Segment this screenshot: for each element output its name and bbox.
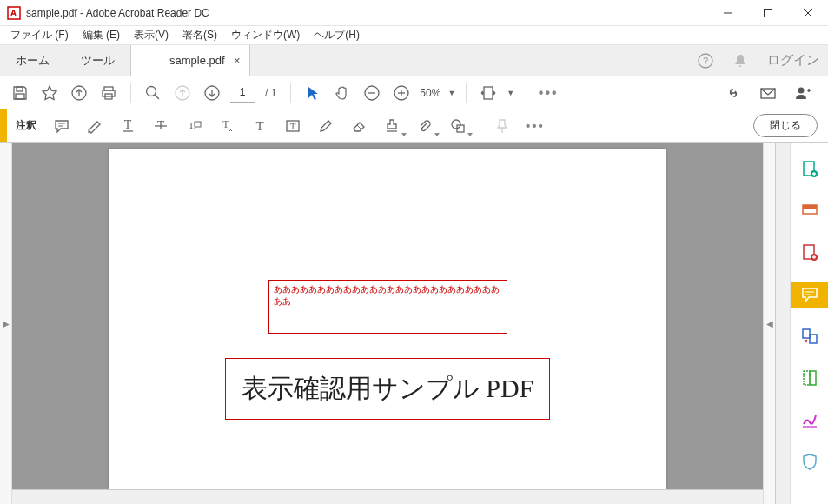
svg-line-39: [357, 125, 361, 129]
title-bar: sample.pdf - Adobe Acrobat Reader DC: [0, 0, 828, 26]
login-link[interactable]: ログイン: [767, 52, 819, 69]
svg-rect-7: [17, 87, 23, 91]
document-viewer: ああああああああああああああああああああああああああああ 表示確認用サンプル P…: [12, 143, 763, 504]
separator: [466, 83, 467, 103]
close-annotation-button[interactable]: 閉じる: [753, 114, 818, 137]
strikethrough-icon[interactable]: T: [148, 113, 174, 139]
page-total-label: / 1: [262, 87, 280, 99]
window-controls: [708, 0, 828, 26]
separator: [290, 83, 291, 103]
menu-window[interactable]: ウィンドウ(W): [226, 26, 305, 44]
sign-icon[interactable]: [797, 407, 823, 433]
menu-file[interactable]: ファイル (F): [5, 26, 74, 44]
textbox-icon[interactable]: T: [280, 113, 306, 139]
shapes-icon[interactable]: [445, 113, 471, 139]
fit-dropdown-icon[interactable]: ▼: [507, 89, 514, 97]
tab-document-label: sample.pdf: [169, 54, 225, 67]
combine-files-icon[interactable]: [797, 198, 823, 224]
svg-rect-54: [810, 371, 816, 385]
svg-text:?: ?: [703, 56, 708, 66]
print-icon[interactable]: [97, 82, 120, 104]
eraser-icon[interactable]: [346, 113, 372, 139]
svg-rect-51: [803, 329, 810, 338]
search-icon[interactable]: [142, 82, 164, 104]
svg-rect-22: [484, 87, 493, 99]
more-tools-icon[interactable]: •••: [537, 82, 560, 104]
menu-sign[interactable]: 署名(S): [177, 26, 222, 44]
tab-document[interactable]: sample.pdf ×: [130, 45, 250, 76]
svg-line-14: [155, 95, 159, 99]
zoom-in-icon[interactable]: [390, 82, 413, 104]
more-icon[interactable]: •••: [522, 113, 548, 139]
hand-tool-icon[interactable]: [331, 82, 354, 104]
workspace: ▶ ああああああああああああああああああああああああああああ 表示確認用サンプル…: [0, 143, 828, 504]
annotation-toolbar: 注釈 T T T T T T ••• 閉じる: [0, 109, 828, 143]
svg-text:T: T: [189, 120, 195, 130]
svg-text:T: T: [222, 118, 229, 130]
help-icon[interactable]: ?: [698, 53, 713, 69]
page-canvas[interactable]: ああああああああああああああああああああああああああああ 表示確認用サンプル P…: [12, 143, 763, 489]
menu-bar: ファイル (F) 編集 (E) 表示(V) 署名(S) ウィンドウ(W) ヘルプ…: [0, 26, 828, 45]
horizontal-scrollbar[interactable]: [12, 489, 763, 504]
edit-pdf-icon[interactable]: [797, 240, 823, 266]
main-toolbar: / 1 50% ▼ ▼ •••: [0, 76, 828, 109]
add-user-icon[interactable]: [792, 82, 814, 104]
tab-home[interactable]: ホーム: [0, 45, 65, 76]
svg-rect-52: [810, 335, 817, 343]
right-pane-toggle[interactable]: ◀: [763, 143, 775, 504]
text-tool-icon[interactable]: T: [247, 113, 273, 139]
page-number-input[interactable]: [230, 83, 255, 103]
replace-text-icon[interactable]: T: [181, 113, 207, 139]
vertical-scrollbar[interactable]: [775, 143, 790, 504]
minimize-button[interactable]: [708, 0, 748, 26]
protect-icon[interactable]: [797, 448, 823, 474]
annotation-textbox-2[interactable]: 表示確認用サンプル PDF: [225, 358, 551, 420]
maximize-button[interactable]: [748, 0, 788, 26]
comment-icon[interactable]: [49, 113, 75, 139]
underline-text-icon[interactable]: T: [115, 113, 141, 139]
stamp-icon[interactable]: [379, 113, 405, 139]
link-icon[interactable]: [722, 82, 745, 104]
highlight-icon[interactable]: [82, 113, 108, 139]
selection-tool-icon[interactable]: [301, 82, 324, 104]
pin-icon[interactable]: [489, 113, 515, 139]
left-pane-toggle[interactable]: ▶: [0, 143, 12, 504]
page-down-icon[interactable]: [201, 82, 223, 104]
window-title: sample.pdf - Adobe Acrobat Reader DC: [26, 7, 209, 19]
svg-rect-8: [16, 94, 24, 99]
svg-text:T: T: [255, 119, 263, 133]
tab-close-icon[interactable]: ×: [234, 54, 241, 67]
organize-icon[interactable]: [797, 323, 823, 349]
svg-rect-2: [765, 9, 772, 17]
svg-rect-53: [804, 371, 810, 385]
star-icon[interactable]: [38, 82, 61, 104]
pencil-icon[interactable]: [313, 113, 339, 139]
zoom-level-label[interactable]: 50%: [420, 87, 440, 99]
bell-icon[interactable]: [732, 53, 748, 69]
annotation-accent: [0, 109, 7, 142]
close-window-button[interactable]: [788, 0, 828, 26]
svg-point-41: [452, 120, 460, 129]
page-up-icon[interactable]: [171, 82, 194, 104]
zoom-dropdown-icon[interactable]: ▼: [447, 89, 455, 97]
fit-width-icon[interactable]: [477, 82, 500, 104]
upload-icon[interactable]: [68, 82, 90, 104]
annotation-textbox-1[interactable]: ああああああああああああああああああああああああああああ: [268, 280, 507, 334]
pdf-page: ああああああああああああああああああああああああああああ 表示確認用サンプル P…: [109, 149, 666, 489]
svg-point-13: [147, 86, 156, 96]
tab-row: ホーム ツール sample.pdf × ? ログイン: [0, 45, 828, 76]
insert-text-icon[interactable]: T: [214, 113, 240, 139]
app-icon: [7, 6, 21, 20]
menu-edit[interactable]: 編集 (E): [77, 26, 125, 44]
menu-help[interactable]: ヘルプ(H): [308, 26, 365, 44]
tab-tools[interactable]: ツール: [65, 45, 130, 76]
separator: [130, 83, 131, 103]
attach-icon[interactable]: [412, 113, 438, 139]
zoom-out-icon[interactable]: [361, 82, 383, 104]
comment-tool-icon[interactable]: [791, 282, 829, 308]
create-pdf-icon[interactable]: [797, 156, 823, 182]
mail-icon[interactable]: [757, 82, 779, 104]
save-icon[interactable]: [9, 82, 31, 104]
compress-icon[interactable]: [797, 365, 823, 391]
menu-view[interactable]: 表示(V): [129, 26, 174, 44]
